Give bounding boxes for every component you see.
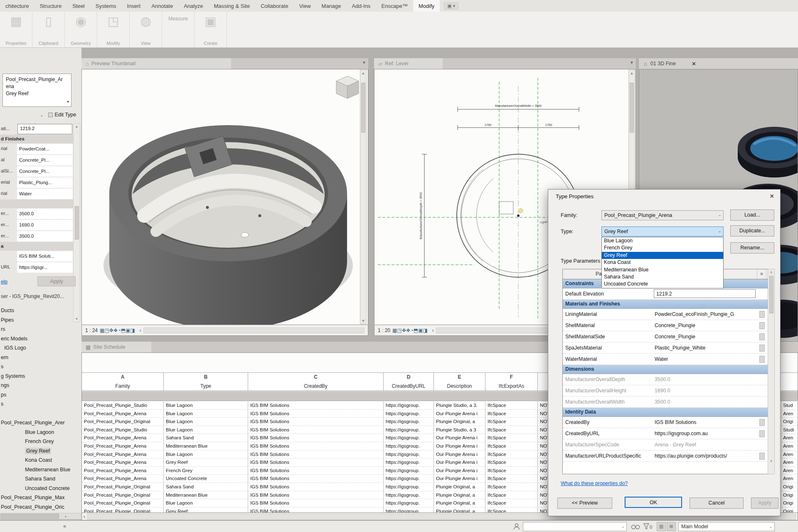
material-browse-button[interactable] bbox=[759, 419, 765, 426]
modify-icon[interactable]: ◳ bbox=[107, 14, 119, 28]
palette-param-value[interactable]: 1690.0 bbox=[17, 219, 73, 231]
param-row[interactable]: ManufacturerOverallHeight1690.0 bbox=[563, 385, 774, 397]
view-control-icon[interactable]: ⬒ bbox=[121, 328, 126, 333]
dropdown-option-kona-coast[interactable]: Kona Coast bbox=[602, 259, 723, 266]
cancel-button[interactable]: Cancel bbox=[690, 498, 744, 509]
ribbon-tab-insert[interactable]: Insert bbox=[122, 0, 146, 12]
dropdown-option-blue-lagoon[interactable]: Blue Lagoon bbox=[602, 237, 723, 244]
duplicate-button[interactable]: Duplicate... bbox=[730, 225, 774, 236]
param-row[interactable]: CreatedByIGS BIM Solutions bbox=[563, 417, 774, 428]
ribbon-tab-collaborate[interactable]: Collaborate bbox=[255, 0, 294, 12]
param-value-input[interactable]: 1219.2 bbox=[654, 289, 756, 298]
scroll-up-icon[interactable]: ▲ bbox=[75, 125, 79, 128]
scroll-left-icon[interactable]: ‹ bbox=[84, 514, 85, 520]
param-row[interactable]: ShellMaterialConcrete_Plungie bbox=[563, 320, 774, 331]
view-control-icon[interactable]: ▣ bbox=[418, 328, 423, 333]
ribbon-tab-annotate[interactable]: Annotate bbox=[146, 0, 178, 12]
param-row[interactable]: SpaJetsMaterialPlastic_Plungie_White bbox=[563, 342, 774, 354]
param-row[interactable]: Default Elevation1219.2 bbox=[563, 288, 774, 300]
apply-button[interactable]: Apply bbox=[751, 498, 778, 509]
material-browse-button[interactable] bbox=[759, 322, 765, 329]
type-selector[interactable]: Pool_Precast_Plungie_Ar ena Grey Reef ▾ bbox=[2, 74, 71, 107]
close-icon[interactable]: ✕ bbox=[692, 61, 696, 67]
column-header[interactable]: Family bbox=[82, 382, 164, 391]
dropdown-option-uncoated-concrete[interactable]: Uncoated Concrete bbox=[602, 281, 723, 288]
browser-item-igs-logo[interactable]: IGS Logo bbox=[0, 343, 81, 353]
scrollbar-thumb[interactable] bbox=[361, 83, 365, 133]
ref-level-title-tab[interactable]: ▱ Ref. Level bbox=[374, 58, 443, 69]
view-control-icon[interactable]: ▣ bbox=[126, 328, 130, 333]
param-row[interactable]: ManufacturerURLProductSpecifichttps://au… bbox=[563, 451, 774, 462]
view-control-icon[interactable]: ◨ bbox=[423, 328, 427, 333]
window-menu-icon[interactable]: ▼ bbox=[362, 60, 366, 65]
ribbon-overflow-button[interactable]: ▣ ▾ bbox=[444, 2, 458, 10]
palette-param-value[interactable]: PowderCoat... bbox=[17, 143, 73, 155]
rename-button[interactable]: Rename... bbox=[730, 242, 774, 254]
editable-only-toggle[interactable]: ▥ bbox=[657, 522, 666, 531]
view-control-icon[interactable]: ✥ bbox=[109, 328, 113, 333]
family-combo[interactable]: Pool_Precast_Plungie_Arena ⌄ bbox=[601, 210, 724, 220]
column-header[interactable]: Description bbox=[434, 382, 485, 391]
scroll-left-icon[interactable]: ‹ bbox=[432, 328, 434, 333]
preview-title-tab[interactable]: ⌂ Preview Thumbnail bbox=[81, 58, 231, 69]
measure-button[interactable]: Measure bbox=[168, 16, 188, 22]
view-control-icon[interactable]: ✥ bbox=[402, 328, 406, 333]
material-browse-button[interactable] bbox=[759, 333, 765, 340]
ok-button[interactable]: OK bbox=[625, 497, 682, 508]
window-menu-icon[interactable]: ▼ bbox=[630, 60, 634, 65]
material-browse-button[interactable] bbox=[759, 453, 765, 460]
scroll-down-icon[interactable]: ▼ bbox=[362, 319, 365, 323]
material-browse-button[interactable] bbox=[759, 356, 765, 363]
material-browse-button[interactable] bbox=[759, 311, 765, 318]
dropdown-option-sahara-sand[interactable]: Sahara Sand bbox=[602, 273, 723, 281]
dropdown-option-french-grey[interactable]: French Grey bbox=[602, 244, 723, 251]
browser-item-s[interactable]: s bbox=[0, 362, 81, 372]
browser-item-rs[interactable]: rs bbox=[0, 325, 81, 334]
param-row[interactable]: CreatedByURLhttps://igsgroup.com.au bbox=[563, 428, 774, 439]
glasses-icon[interactable] bbox=[631, 523, 640, 530]
chevron-down-icon[interactable]: ▾ bbox=[67, 98, 69, 105]
browser-item-eric-models[interactable]: eric Models bbox=[0, 334, 81, 344]
load-button[interactable]: Load... bbox=[730, 209, 774, 221]
browser-item-g-systems[interactable]: g Systems bbox=[0, 372, 81, 381]
browser-item-kona-coast[interactable]: Kona Coast bbox=[0, 456, 81, 465]
palette-param-value[interactable]: Water bbox=[17, 188, 73, 200]
ribbon-tab-steel[interactable]: Steel bbox=[67, 0, 90, 12]
browser-item-s[interactable]: s bbox=[0, 399, 81, 409]
viewcube-icon[interactable] bbox=[335, 74, 360, 100]
column-header[interactable]: IfcExportAs bbox=[485, 382, 538, 391]
material-browse-button[interactable] bbox=[759, 345, 765, 352]
param-row[interactable]: ManufacturerOverallDepth3500.0 bbox=[563, 374, 774, 385]
palette-param-value[interactable]: Concrete_Pl... bbox=[17, 166, 73, 177]
browser-item-ducts[interactable]: Ducts bbox=[0, 306, 81, 315]
scrollbar-thumb[interactable] bbox=[75, 206, 79, 239]
scroll-right-icon[interactable]: › bbox=[65, 514, 66, 519]
collapse-chevron-icon[interactable]: ⌄ bbox=[40, 113, 43, 117]
browser-horizontal-scrollbar[interactable]: › bbox=[0, 513, 81, 520]
palette-param-value[interactable]: 3500.0 bbox=[17, 231, 73, 242]
chevrons-left-icon[interactable]: « bbox=[63, 523, 66, 529]
preview-viewport[interactable] bbox=[81, 69, 368, 325]
schedule-title-tab[interactable]: ▦ Site Schedule bbox=[81, 342, 151, 352]
ribbon-tab-systems[interactable]: Systems bbox=[90, 0, 122, 12]
filter-icon[interactable] bbox=[643, 523, 649, 530]
clipboard-icon[interactable]: ▯ bbox=[45, 14, 52, 28]
worker-icon[interactable] bbox=[513, 523, 520, 530]
create-icon[interactable]: ▣ bbox=[204, 14, 216, 28]
view-control-icon[interactable]: ◳ bbox=[104, 328, 109, 333]
select-toggle[interactable]: ⊞ bbox=[667, 522, 676, 531]
browser-item-ern[interactable]: ern bbox=[0, 353, 81, 362]
browser-item-ps[interactable]: ps bbox=[0, 390, 81, 400]
apply-button[interactable]: Apply bbox=[37, 276, 76, 286]
geometry-icon[interactable]: ◉ bbox=[75, 14, 86, 28]
dialog-table-scrollbar[interactable]: ∧ ∨ bbox=[768, 269, 775, 474]
scroll-up-icon[interactable]: ▲ bbox=[630, 71, 634, 75]
scroll-up-icon[interactable]: ∧ bbox=[768, 269, 774, 274]
param-row[interactable]: LiningMaterialPowderCoat_ecoFinish_Plung… bbox=[563, 309, 774, 320]
preview-scale[interactable]: 1 : 24 bbox=[85, 328, 98, 333]
view-control-icon[interactable]: ⬒ bbox=[414, 328, 418, 333]
ribbon-tab-add-ins[interactable]: Add-Ins bbox=[347, 0, 376, 12]
scroll-down-icon[interactable]: ∨ bbox=[768, 459, 774, 463]
palette-param-value[interactable]: Concrete_Pl... bbox=[17, 155, 73, 166]
column-header[interactable]: CreatedBy bbox=[248, 382, 384, 391]
